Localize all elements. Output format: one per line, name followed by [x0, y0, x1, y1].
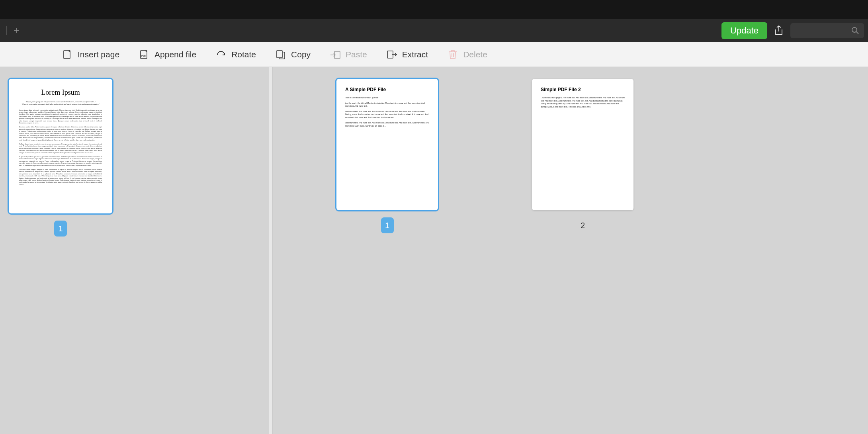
toolbar: Insert page PDF Append file Rotate Copy … — [0, 42, 868, 67]
add-tab-button[interactable] — [10, 24, 23, 37]
extract-label: Extract — [402, 50, 428, 59]
tab-divider — [6, 26, 7, 35]
doc-title: A Simple PDF File — [345, 87, 429, 92]
rotate-button[interactable]: Rotate — [215, 49, 256, 60]
extract-button[interactable]: Extract — [386, 49, 428, 60]
share-icon — [774, 25, 783, 36]
svg-rect-4 — [277, 51, 282, 58]
copy-button[interactable]: Copy — [275, 49, 311, 60]
doc-body: Lorem ipsum dolor sit amet, consectetur … — [19, 109, 102, 186]
trash-icon — [447, 49, 458, 60]
plus-icon — [13, 27, 20, 34]
paste-label: Paste — [346, 50, 367, 59]
left-pane: Lorem Ipsum "Neque porro quisquam est qu… — [0, 67, 269, 434]
svg-point-0 — [852, 27, 857, 32]
tab-bar: Update — [0, 19, 868, 42]
page-number-badge[interactable]: 2 — [577, 217, 589, 233]
share-button[interactable] — [773, 25, 785, 37]
page-thumbnail[interactable]: Simple PDF File 2 ...continued from page… — [532, 79, 633, 210]
svg-text:PDF: PDF — [141, 55, 147, 57]
update-button[interactable]: Update — [721, 22, 767, 39]
doc-subtitle: "Neque porro quisquam est qui dolorem ip… — [19, 101, 102, 106]
page-thumbnail-wrap: A Simple PDF File This is a small demons… — [336, 79, 438, 233]
insert-page-button[interactable]: Insert page — [62, 49, 119, 60]
tab-bar-right: Update — [721, 22, 864, 39]
delete-button: Delete — [447, 49, 487, 60]
insert-page-label: Insert page — [78, 50, 119, 59]
doc-body: This is a small demonstration .pdf file … — [345, 96, 429, 127]
pane-splitter[interactable] — [269, 67, 273, 434]
insert-page-icon — [62, 49, 73, 60]
tab-bar-left — [4, 24, 23, 37]
rotate-label: Rotate — [231, 50, 256, 59]
copy-label: Copy — [291, 50, 311, 59]
append-file-label: Append file — [154, 50, 196, 59]
paste-button: Paste — [330, 49, 367, 60]
title-bar — [0, 0, 868, 19]
page-number-badge[interactable]: 1 — [381, 217, 394, 233]
append-file-button[interactable]: PDF Append file — [139, 49, 196, 60]
copy-icon — [275, 49, 286, 60]
page-number-badge[interactable]: 1 — [54, 221, 67, 237]
extract-icon — [386, 49, 397, 60]
doc-title: Simple PDF File 2 — [541, 87, 625, 92]
workspace: Lorem Ipsum "Neque porro quisquam est qu… — [0, 67, 868, 434]
rotate-icon — [215, 49, 227, 60]
search-input[interactable] — [790, 23, 864, 38]
page-thumbnail[interactable]: A Simple PDF File This is a small demons… — [336, 79, 438, 210]
page-thumbnail-wrap: Lorem Ipsum "Neque porro quisquam est qu… — [9, 79, 112, 237]
search-icon — [851, 27, 859, 35]
paste-icon — [330, 49, 341, 60]
page-thumbnail-wrap: Simple PDF File 2 ...continued from page… — [532, 79, 633, 233]
right-pane: A Simple PDF File This is a small demons… — [273, 67, 868, 434]
doc-title: Lorem Ipsum — [19, 88, 102, 97]
delete-label: Delete — [463, 50, 487, 59]
doc-body: ...continued from page 1. Yet more text.… — [541, 96, 625, 108]
page-thumbnail[interactable]: Lorem Ipsum "Neque porro quisquam est qu… — [9, 79, 112, 213]
append-file-icon: PDF — [139, 49, 150, 60]
